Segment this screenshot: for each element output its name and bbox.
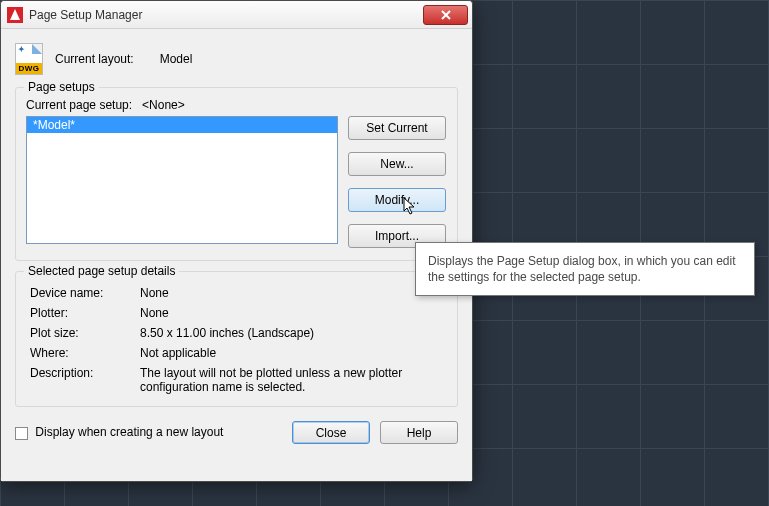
- list-item[interactable]: *Model*: [27, 117, 337, 133]
- close-icon: [441, 10, 451, 20]
- new-button[interactable]: New...: [348, 152, 446, 176]
- window-close-button[interactable]: [423, 5, 468, 25]
- page-setups-legend: Page setups: [24, 80, 99, 94]
- modify-button[interactable]: Modify...: [348, 188, 446, 212]
- plotter-value: None: [140, 306, 447, 320]
- selected-details-group: Selected page setup details Device name:…: [15, 271, 458, 407]
- page-setup-manager-window: Page Setup Manager ✦ DWG Current layout:…: [0, 0, 473, 482]
- device-name-value: None: [140, 286, 447, 300]
- modify-button-label: Modify...: [375, 193, 419, 207]
- modify-tooltip: Displays the Page Setup dialog box, in w…: [415, 242, 755, 296]
- plotter-label: Plotter:: [30, 306, 140, 320]
- window-body: ✦ DWG Current layout: Model Page setups …: [1, 29, 472, 481]
- close-button[interactable]: Close: [292, 421, 370, 444]
- app-icon: [7, 7, 23, 23]
- page-setup-list[interactable]: *Model*: [26, 116, 338, 244]
- display-on-new-layout-label: Display when creating a new layout: [35, 425, 223, 439]
- display-on-new-layout-checkbox[interactable]: Display when creating a new layout: [15, 425, 223, 439]
- description-label: Description:: [30, 366, 140, 394]
- help-button[interactable]: Help: [380, 421, 458, 444]
- set-current-button[interactable]: Set Current: [348, 116, 446, 140]
- current-layout-label: Current layout:: [55, 52, 134, 66]
- dwg-file-icon: ✦ DWG: [15, 43, 43, 75]
- current-page-setup-label: Current page setup:: [26, 98, 132, 112]
- plot-size-label: Plot size:: [30, 326, 140, 340]
- where-label: Where:: [30, 346, 140, 360]
- plot-size-value: 8.50 x 11.00 inches (Landscape): [140, 326, 447, 340]
- current-page-setup-value: <None>: [142, 98, 185, 112]
- footer-row: Display when creating a new layout Close…: [15, 415, 458, 444]
- details-legend: Selected page setup details: [24, 264, 179, 278]
- page-setups-group: Page setups Current page setup: <None> *…: [15, 87, 458, 261]
- titlebar[interactable]: Page Setup Manager: [1, 1, 472, 29]
- where-value: Not applicable: [140, 346, 447, 360]
- current-layout-value: Model: [160, 52, 193, 66]
- description-value: The layout will not be plotted unless a …: [140, 366, 447, 394]
- current-page-setup-row: Current page setup: <None>: [26, 98, 447, 112]
- checkbox-box[interactable]: [15, 427, 28, 440]
- window-title: Page Setup Manager: [29, 8, 142, 22]
- device-name-label: Device name:: [30, 286, 140, 300]
